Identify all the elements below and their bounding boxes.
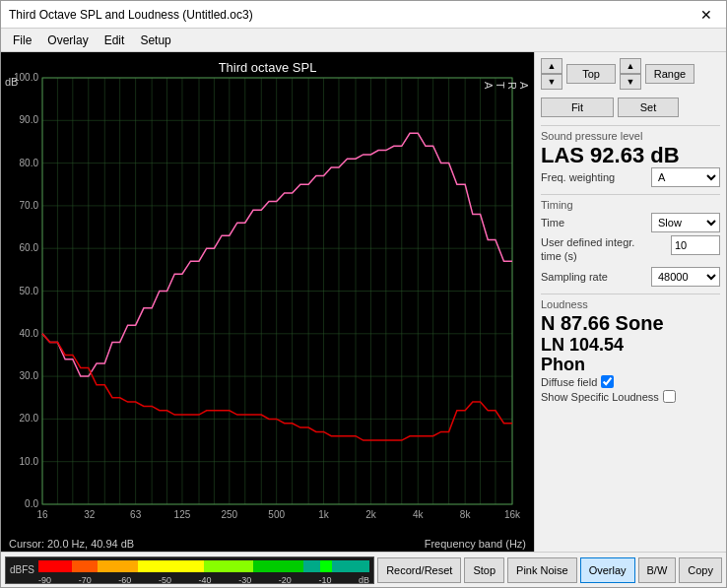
set-button[interactable]: Set — [618, 98, 679, 117]
range-button[interactable]: Range — [645, 64, 694, 84]
fit-button[interactable]: Fit — [541, 98, 614, 117]
user-integr-input[interactable] — [671, 235, 720, 255]
timing-section: Timing Time Slow Fast User defined integ… — [541, 194, 720, 290]
spl-section-label: Sound pressure level — [541, 130, 720, 142]
range-up-button[interactable]: ▲ — [620, 58, 641, 74]
loudness-section: Loudness N 87.66 Sone LN 104.54 Phon Dif… — [541, 294, 720, 405]
range-nav-pair: ▲ ▼ Range — [620, 58, 694, 90]
record-reset-button[interactable]: Record/Reset — [377, 557, 461, 583]
menu-bar: File Overlay Edit Setup — [1, 29, 726, 52]
dbfs-label: dBFS — [10, 564, 34, 575]
sampling-select[interactable]: 48000 44100 — [651, 267, 720, 287]
loudness-ln-value: LN 104.54 — [541, 335, 720, 356]
stop-button[interactable]: Stop — [464, 557, 504, 583]
sampling-row: Sampling rate 48000 44100 — [541, 267, 720, 287]
arta-label: ARTA — [483, 82, 530, 92]
diffuse-field-label: Diffuse field — [541, 376, 597, 388]
top-nav-pair: ▲ ▼ Top — [541, 58, 616, 90]
timing-section-label: Timing — [541, 199, 720, 211]
main-content: dB Third octave SPL ARTA Cursor: 20.0 Hz… — [1, 52, 726, 552]
range-arrow-group: ▲ ▼ — [620, 58, 641, 90]
cursor-info: Cursor: 20.0 Hz, 40.94 dB — [9, 538, 134, 550]
loudness-phon-value: Phon — [541, 355, 720, 375]
top-arrow-group: ▲ ▼ — [541, 58, 562, 90]
top-down-button[interactable]: ▼ — [541, 74, 562, 90]
top-up-button[interactable]: ▲ — [541, 58, 562, 74]
show-specific-label: Show Specific Loudness — [541, 391, 659, 403]
copy-button[interactable]: Copy — [679, 557, 722, 583]
diffuse-field-checkbox[interactable] — [601, 375, 614, 388]
user-integr-label: User defined integr. time (s) — [541, 235, 639, 264]
range-down-button[interactable]: ▼ — [620, 74, 641, 90]
fit-set-controls: Fit Set — [541, 98, 720, 117]
green-indicator — [320, 560, 332, 572]
freq-weighting-select[interactable]: A C Z — [651, 167, 720, 187]
main-window: Third Octave SPL and Loudness (Untitled.… — [0, 0, 727, 588]
time-select[interactable]: Slow Fast — [651, 213, 720, 232]
menu-edit[interactable]: Edit — [97, 32, 133, 49]
time-row: Time Slow Fast — [541, 213, 720, 232]
chart-bottom: Cursor: 20.0 Hz, 40.94 dB Frequency band… — [1, 536, 534, 552]
title-bar: Third Octave SPL and Loudness (Untitled.… — [1, 1, 726, 29]
y-axis-label: dB — [5, 76, 18, 88]
menu-overlay[interactable]: Overlay — [39, 32, 96, 49]
freq-label: Frequency band (Hz) — [425, 538, 526, 550]
chart-area: dB Third octave SPL ARTA Cursor: 20.0 Hz… — [1, 52, 534, 552]
freq-weighting-label: Freq. weighting — [541, 171, 615, 183]
sampling-label: Sampling rate — [541, 271, 608, 283]
red-indicator — [38, 560, 42, 572]
show-specific-checkbox[interactable] — [663, 390, 676, 403]
meter-inner: -90-70-60-50-40-30-20-10dB — [38, 560, 369, 580]
chart-container: dB Third octave SPL ARTA — [1, 52, 534, 536]
right-panel: ▲ ▼ Top ▲ ▼ Range Fit Set — [534, 52, 726, 552]
meter-numbers: -90-70-60-50-40-30-20-10dB — [38, 575, 369, 584]
loudness-n-value: N 87.66 Sone — [541, 312, 720, 335]
user-integr-row: User defined integr. time (s) — [541, 235, 720, 264]
chart-title: Third octave SPL — [219, 60, 317, 75]
spl-value: LAS 92.63 dB — [541, 144, 720, 167]
level-meter: dBFS -90-70-60-50-40-30-20-10dB — [5, 556, 374, 584]
menu-setup[interactable]: Setup — [132, 32, 178, 49]
spl-chart — [1, 52, 534, 536]
time-label: Time — [541, 217, 564, 229]
close-button[interactable]: ✕ — [694, 5, 718, 25]
top-button[interactable]: Top — [566, 64, 616, 84]
window-title: Third Octave SPL and Loudness (Untitled.… — [9, 8, 253, 22]
overlay-button[interactable]: Overlay — [580, 557, 635, 583]
bottom-bar: dBFS -90-70-60-50-40-30-20-10dB Record/R… — [1, 552, 726, 587]
spl-section: Sound pressure level LAS 92.63 dB Freq. … — [541, 125, 720, 190]
loudness-section-label: Loudness — [541, 298, 720, 310]
menu-file[interactable]: File — [5, 32, 39, 49]
diffuse-field-row: Diffuse field — [541, 375, 720, 388]
pink-noise-button[interactable]: Pink Noise — [507, 557, 577, 583]
nav-controls: ▲ ▼ Top ▲ ▼ Range — [541, 58, 720, 90]
bw-button[interactable]: B/W — [638, 557, 677, 583]
freq-weighting-row: Freq. weighting A C Z — [541, 167, 720, 187]
show-specific-row: Show Specific Loudness — [541, 390, 720, 403]
